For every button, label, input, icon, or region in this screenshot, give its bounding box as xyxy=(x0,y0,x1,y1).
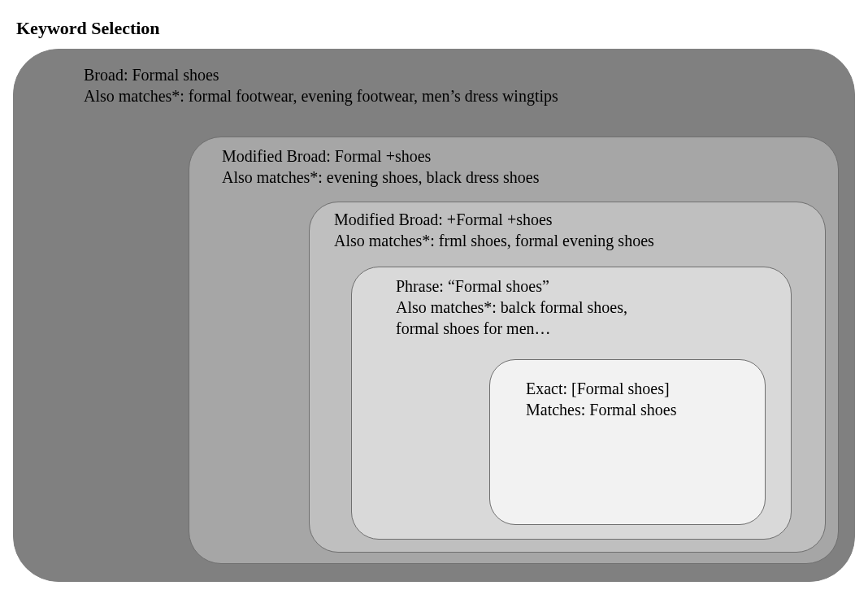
modified-broad-1-text: Modified Broad: Formal +shoes Also match… xyxy=(222,145,539,188)
broad-line-2: Also matches*: formal footwear, evening … xyxy=(84,85,558,106)
modbroad1-line-2: Also matches*: evening shoes, black dres… xyxy=(222,167,539,188)
match-level-exact: Exact: [Formal shoes] Matches: Formal sh… xyxy=(489,359,766,525)
exact-text: Exact: [Formal shoes] Matches: Formal sh… xyxy=(526,378,677,420)
phrase-text: Phrase: “Formal shoes” Also matches*: ba… xyxy=(396,275,627,339)
exact-line-2: Matches: Formal shoes xyxy=(526,399,677,420)
phrase-line-3: formal shoes for men… xyxy=(396,318,627,339)
phrase-line-1: Phrase: “Formal shoes” xyxy=(396,275,627,297)
exact-line-1: Exact: [Formal shoes] xyxy=(526,378,677,399)
match-level-broad-text: Broad: Formal shoes Also matches*: forma… xyxy=(84,64,558,106)
phrase-line-2: Also matches*: balck formal shoes, xyxy=(396,297,627,318)
keyword-selection-diagram: Broad: Formal shoes Also matches*: forma… xyxy=(13,49,855,585)
modbroad1-line-1: Modified Broad: Formal +shoes xyxy=(222,145,539,167)
modbroad2-line-1: Modified Broad: +Formal +shoes xyxy=(334,209,654,230)
broad-line-1: Broad: Formal shoes xyxy=(84,64,558,85)
modified-broad-2-text: Modified Broad: +Formal +shoes Also matc… xyxy=(334,209,654,251)
modbroad2-line-2: Also matches*: frml shoes, formal evenin… xyxy=(334,230,654,251)
diagram-title: Keyword Selection xyxy=(16,18,855,39)
